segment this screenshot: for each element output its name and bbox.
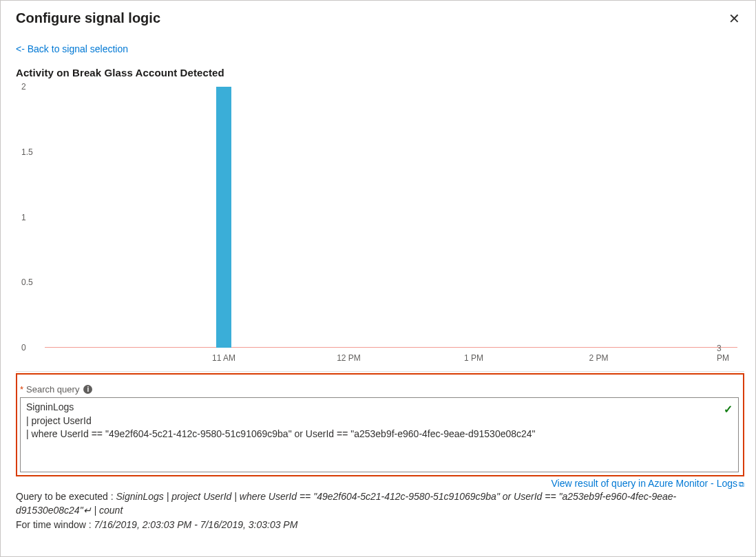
view-result-link-row: View result of query in Azure Monitor - … bbox=[16, 478, 744, 489]
chart-y-tick: 2 bbox=[21, 82, 26, 92]
chart-x-tick: 11 AM bbox=[212, 353, 235, 363]
chart-bar bbox=[216, 87, 231, 348]
back-to-signal-selection-link[interactable]: <- Back to signal selection bbox=[16, 43, 128, 54]
chart-y-tick: 0.5 bbox=[21, 277, 33, 287]
search-query-label: Search query bbox=[26, 384, 79, 395]
time-window-row: For time window : 7/16/2019, 2:03:03 PM … bbox=[16, 518, 744, 532]
close-button[interactable]: ✕ bbox=[724, 10, 744, 27]
view-result-link[interactable]: View result of query in Azure Monitor - … bbox=[551, 478, 744, 489]
required-indicator: * bbox=[20, 384, 23, 395]
time-window-value: 7/16/2019, 2:03:03 PM - 7/16/2019, 3:03:… bbox=[94, 519, 298, 530]
chart-y-tick: 0 bbox=[21, 343, 26, 353]
time-window-prefix: For time window : bbox=[16, 519, 94, 530]
chart-x-tick: 12 PM bbox=[337, 353, 361, 363]
configure-signal-logic-panel: Configure signal logic ✕ <- Back to sign… bbox=[0, 0, 756, 557]
panel-title: Configure signal logic bbox=[16, 10, 160, 26]
query-to-be-executed-row: Query to be executed : SigninLogs | proj… bbox=[16, 490, 744, 517]
chart-y-tick: 1 bbox=[21, 213, 26, 222]
search-query-label-row: * Search query i bbox=[20, 384, 739, 395]
query-valid-check-icon: ✓ bbox=[724, 402, 733, 417]
search-query-highlight-box: * Search query i SigninLogs | project Us… bbox=[16, 373, 744, 476]
executed-prefix: Query to be executed : bbox=[16, 491, 116, 502]
chart-baseline bbox=[45, 347, 737, 348]
chart-plot-area: 00.511.5211 AM12 PM1 PM2 PM3 PM bbox=[45, 87, 737, 348]
search-query-input[interactable]: SigninLogs | project UserId | where User… bbox=[20, 397, 739, 472]
external-link-icon: ⧉ bbox=[739, 480, 744, 488]
info-icon[interactable]: i bbox=[83, 385, 92, 394]
chart-x-tick: 2 PM bbox=[589, 353, 608, 363]
chart-x-tick: 1 PM bbox=[464, 353, 483, 363]
panel-header: Configure signal logic ✕ bbox=[16, 10, 744, 27]
signal-name-heading: Activity on Break Glass Account Detected bbox=[16, 67, 744, 78]
activity-bar-chart: 00.511.5211 AM12 PM1 PM2 PM3 PM bbox=[16, 83, 744, 372]
chart-x-tick: 3 PM bbox=[717, 344, 731, 363]
chart-y-tick: 1.5 bbox=[21, 147, 33, 157]
view-result-link-label: View result of query in Azure Monitor - … bbox=[551, 478, 737, 489]
close-icon: ✕ bbox=[728, 11, 740, 26]
